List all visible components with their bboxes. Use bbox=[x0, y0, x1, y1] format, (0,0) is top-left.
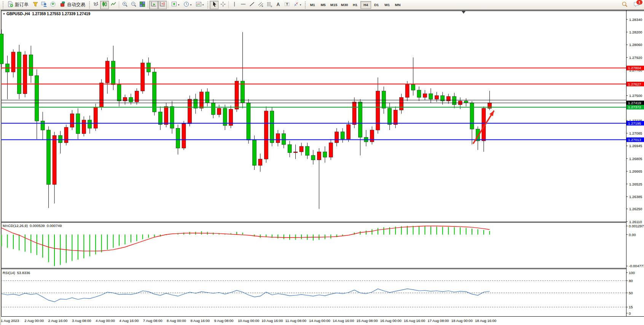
chevron-down-icon: ▼ bbox=[190, 4, 192, 6]
candlestick-chart-button[interactable] bbox=[100, 1, 109, 9]
trendline-button[interactable] bbox=[247, 1, 256, 9]
candle-body bbox=[270, 111, 274, 143]
candle bbox=[335, 128, 339, 146]
candle bbox=[300, 143, 303, 155]
vertical-line-button[interactable] bbox=[230, 1, 239, 9]
candle-body bbox=[294, 152, 298, 152]
search-button[interactable] bbox=[620, 1, 629, 9]
candle-body bbox=[388, 108, 392, 125]
chart-title-symbol: GBPUSD-,H4 bbox=[6, 12, 30, 16]
horizontal-line-button[interactable] bbox=[239, 1, 247, 9]
candle bbox=[358, 99, 362, 155]
tf-w1-button[interactable]: W1 bbox=[382, 1, 392, 9]
signals-button[interactable] bbox=[48, 1, 57, 9]
styler-button[interactable] bbox=[31, 1, 40, 9]
time-axis-label: 11 Aug 08:00 bbox=[285, 319, 306, 323]
text-label-button[interactable]: T bbox=[282, 1, 291, 9]
tf-m1-button[interactable]: M1 bbox=[307, 1, 318, 9]
notifications-button[interactable]: 1 bbox=[632, 1, 641, 9]
tf-d1-button[interactable]: D1 bbox=[371, 1, 382, 9]
candle-body bbox=[88, 120, 92, 128]
rsi-pane[interactable]: 1008050150 bbox=[1, 271, 635, 315]
candle-body bbox=[158, 112, 162, 124]
candle bbox=[47, 127, 51, 208]
demo-account-button[interactable] bbox=[40, 1, 48, 9]
arrows-button[interactable]: ▼ bbox=[291, 1, 303, 9]
candle-body bbox=[429, 94, 433, 99]
candle bbox=[376, 78, 380, 134]
toolbar-grip[interactable] bbox=[89, 2, 90, 8]
candle bbox=[164, 103, 168, 127]
level-lines-group[interactable]: 1.278041.276271.274191.273721.271951.270… bbox=[1, 66, 644, 142]
zoom-in-button[interactable] bbox=[120, 1, 129, 9]
text-label-icon: T bbox=[284, 1, 290, 8]
candle bbox=[88, 116, 92, 134]
macd-label: MACD(12,26,9)0.0005390.000749 bbox=[3, 224, 64, 228]
time-axis-label: 2 Aug 00:00 bbox=[24, 319, 44, 323]
macd-signal-value: 0.000749 bbox=[47, 224, 62, 228]
candle bbox=[64, 125, 68, 146]
bar-chart-button[interactable] bbox=[91, 1, 100, 9]
new-order-button[interactable]: 新订单 bbox=[5, 1, 31, 9]
time-axis-label: 2 Aug 16:00 bbox=[48, 319, 68, 323]
candle-body bbox=[123, 97, 127, 101]
candle-body bbox=[258, 159, 262, 165]
tf-mn-button[interactable]: MN bbox=[392, 1, 403, 9]
periods-button[interactable]: ▼ bbox=[182, 1, 194, 9]
tf-m30-button[interactable]: M30 bbox=[339, 1, 350, 9]
indicators-button[interactable]: ▼ bbox=[169, 1, 182, 9]
candle-body bbox=[211, 103, 215, 114]
tf-h4-button[interactable]: H4 bbox=[360, 1, 371, 9]
text-button[interactable]: A bbox=[274, 1, 282, 9]
candle bbox=[117, 79, 121, 106]
auto-trading-button[interactable]: 自动交易 bbox=[57, 1, 88, 9]
candle-body bbox=[105, 61, 109, 83]
candles-group[interactable] bbox=[0, 29, 491, 209]
funnel-icon bbox=[32, 1, 38, 8]
equidistant-channel-button[interactable]: E bbox=[256, 1, 265, 9]
macd-pane[interactable]: 0.0012970.00-0.004777 bbox=[2, 224, 644, 268]
tile-windows-button[interactable] bbox=[138, 1, 147, 9]
chart-shift-marker[interactable] bbox=[462, 11, 465, 14]
toolbar-grip[interactable] bbox=[305, 2, 306, 8]
fibonacci-button[interactable]: F bbox=[265, 1, 274, 9]
time-axis-label: 4 Aug 00:00 bbox=[96, 319, 115, 323]
chart-menu-triangle-icon[interactable]: ▼ bbox=[3, 13, 5, 15]
cursor-button[interactable] bbox=[210, 1, 218, 9]
candle-body bbox=[112, 61, 115, 85]
toolbar-grip[interactable] bbox=[207, 2, 208, 8]
tf-m5-button[interactable]: M5 bbox=[318, 1, 328, 9]
price-chart-canvas[interactable]: 1.283401.282001.280601.279201.277801.276… bbox=[0, 10, 644, 325]
line-chart-button[interactable] bbox=[109, 1, 118, 9]
candle-body bbox=[405, 85, 409, 97]
macd-main-value: 0.000539 bbox=[30, 224, 45, 228]
candle-body bbox=[170, 106, 174, 128]
rsi-label: RSI(14)53.8336 bbox=[3, 271, 32, 275]
chart-window[interactable]: 1.283401.282001.280601.279201.277801.276… bbox=[0, 10, 644, 325]
toolbar-grip[interactable] bbox=[3, 2, 3, 8]
candle-body bbox=[453, 97, 456, 105]
candle bbox=[17, 45, 21, 99]
candle bbox=[29, 46, 33, 83]
rsi-title: RSI(14) bbox=[3, 271, 15, 275]
time-axis[interactable]: 1 Aug 20232 Aug 00:002 Aug 16:003 Aug 08… bbox=[1, 319, 496, 323]
auto-scroll-button[interactable] bbox=[149, 1, 158, 9]
macd-signal-line bbox=[2, 226, 489, 251]
arrows-icon bbox=[293, 1, 299, 8]
templates-button[interactable]: ▼ bbox=[194, 1, 206, 9]
price-axis[interactable]: 1.283401.282001.280601.279201.277801.276… bbox=[626, 17, 642, 224]
candle-body bbox=[264, 111, 268, 159]
candle-body bbox=[276, 134, 280, 143]
auto-trading-label: 自动交易 bbox=[67, 2, 85, 8]
tf-m15-button[interactable]: M15 bbox=[328, 1, 339, 9]
crosshair-button[interactable] bbox=[218, 1, 227, 9]
add-indicator-icon bbox=[171, 1, 177, 8]
svg-text:A: A bbox=[276, 2, 280, 7]
candle-body bbox=[382, 91, 386, 108]
zoom-out-button[interactable] bbox=[129, 1, 138, 9]
chart-shift-button[interactable] bbox=[158, 1, 167, 9]
candle-body bbox=[70, 114, 74, 127]
tf-h1-button[interactable]: H1 bbox=[350, 1, 360, 9]
candle-body bbox=[317, 152, 321, 160]
candle bbox=[394, 106, 397, 128]
